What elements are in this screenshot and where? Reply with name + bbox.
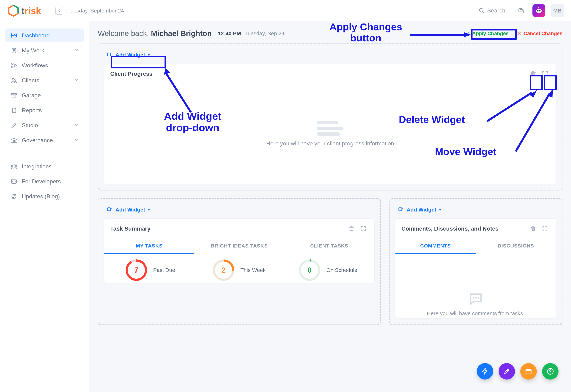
- add-widget-dropdown[interactable]: Add Widget ▾: [104, 49, 153, 60]
- tab-my-tasks[interactable]: MY TASKS: [104, 239, 194, 254]
- sidebar-item-garage[interactable]: Garage: [5, 88, 84, 102]
- add-widget-label: Add Widget: [407, 207, 436, 213]
- trash-icon: [348, 225, 355, 232]
- metric-ring: 7: [126, 259, 147, 281]
- sidebar: Dashboard My Work Workflows Clients Gara…: [0, 21, 89, 392]
- widget-header: Comments, Discussions, and Notes: [395, 219, 556, 239]
- copy-button[interactable]: [515, 5, 527, 16]
- tab-bright-ideas[interactable]: BRIGHT IDEAS TASKS: [194, 239, 285, 254]
- svg-rect-18: [399, 208, 402, 211]
- tab-discussions[interactable]: DISCUSSIONS: [476, 239, 556, 254]
- svg-rect-14: [12, 94, 16, 95]
- fab-archive[interactable]: [520, 363, 537, 379]
- welcome-row: Welcome back, Michael Brighton 12:40 PM …: [98, 29, 562, 38]
- metric-label: On Schedule: [326, 267, 357, 273]
- sidebar-item-integrations[interactable]: Integrations: [5, 159, 84, 173]
- edit-icon: [10, 122, 17, 129]
- bank-icon: [10, 137, 17, 144]
- main-content: Welcome back, Michael Brighton 12:40 PM …: [89, 21, 571, 392]
- x-icon: [517, 31, 521, 36]
- sidebar-item-reports[interactable]: Reports: [5, 103, 84, 117]
- add-widget-icon: [106, 52, 113, 58]
- widget-actions: [528, 69, 550, 79]
- delete-widget-button[interactable]: [528, 69, 538, 79]
- date-prev-button[interactable]: [55, 7, 63, 14]
- search-placeholder: Search: [487, 7, 505, 14]
- widget-client-progress: Client Progress Here you will have your …: [104, 64, 556, 184]
- widget-title: Client Progress: [110, 70, 152, 77]
- sidebar-item-governance[interactable]: Governance: [5, 133, 84, 147]
- app-logo[interactable]: trisk: [7, 4, 41, 17]
- sidebar-item-developers[interactable]: For Developers: [5, 174, 84, 188]
- move-widget-button[interactable]: [540, 224, 550, 234]
- svg-point-4: [537, 10, 539, 12]
- chevron-left-icon: [58, 9, 61, 13]
- tab-client-tasks[interactable]: CLIENT TASKS: [284, 239, 374, 254]
- svg-point-12: [12, 78, 14, 80]
- welcome-date: Tuesday, Sep 24: [245, 30, 285, 37]
- widget-body: Here you will have your client progress …: [104, 84, 556, 184]
- svg-point-6: [538, 7, 540, 8]
- svg-point-10: [12, 66, 13, 68]
- move-icon: [541, 70, 549, 77]
- lightning-icon: [481, 367, 489, 375]
- clipboard-icon: [10, 47, 17, 54]
- question-icon: [546, 367, 554, 375]
- task-metrics: 7 Past Due 2 This Week 0 On Schedule: [104, 254, 374, 283]
- fab-quick-action[interactable]: [477, 363, 493, 379]
- add-widget-dropdown[interactable]: Add Widget ▾: [395, 204, 445, 215]
- delete-widget-button[interactable]: [528, 224, 538, 234]
- sidebar-item-my-work[interactable]: My Work: [5, 43, 84, 57]
- caret-down-icon: ▾: [148, 207, 150, 212]
- welcome-name: Michael Brighton: [151, 29, 212, 38]
- cancel-changes-label: Cancel Changes: [524, 31, 562, 36]
- widget-actions: [346, 224, 368, 234]
- delete-widget-button[interactable]: [346, 224, 357, 234]
- archive-icon: [10, 92, 17, 99]
- apply-changes-button[interactable]: Apply Changes: [462, 29, 511, 38]
- puzzle-icon: [10, 163, 17, 170]
- sidebar-item-workflows[interactable]: Workflows: [5, 58, 84, 72]
- chevron-down-icon: [74, 137, 79, 144]
- svg-rect-1: [520, 9, 523, 13]
- cancel-changes-button[interactable]: Cancel Changes: [517, 31, 562, 36]
- fab-launch[interactable]: [498, 363, 515, 379]
- sidebar-item-label: Garage: [22, 92, 41, 99]
- fab-help[interactable]: [542, 363, 558, 379]
- user-avatar[interactable]: MB: [551, 4, 564, 17]
- date-selector: Tuesday, September 24: [55, 7, 124, 14]
- apply-changes-label: Apply Changes: [472, 31, 509, 36]
- sidebar-item-updates[interactable]: Updates (Blog): [5, 189, 84, 203]
- svg-point-21: [478, 297, 479, 299]
- svg-rect-3: [536, 9, 542, 13]
- comments-tabs: COMMENTS DISCUSSIONS: [395, 239, 556, 254]
- sidebar-item-dashboard[interactable]: Dashboard: [5, 28, 84, 42]
- widget-title: Task Summary: [110, 225, 150, 232]
- sidebar-item-label: Workflows: [22, 62, 48, 69]
- svg-point-9: [12, 63, 13, 65]
- global-search[interactable]: Search: [474, 5, 510, 16]
- move-widget-button[interactable]: [358, 224, 368, 234]
- tab-comments[interactable]: COMMENTS: [395, 239, 476, 254]
- metric-value: 0: [301, 262, 318, 279]
- widget-task-summary: Task Summary MY TASKS BRIGHT IDEAS TASKS…: [104, 218, 375, 283]
- sidebar-item-studio[interactable]: Studio: [5, 118, 84, 132]
- comments-empty: Here you will have comments from tasks.: [395, 254, 556, 318]
- trash-icon: [530, 70, 537, 77]
- trash-icon: [530, 225, 536, 232]
- primary-nav: Dashboard My Work Workflows Clients Gara…: [5, 28, 84, 203]
- sidebar-item-clients[interactable]: Clients: [5, 73, 84, 87]
- widget-header: Client Progress: [104, 64, 556, 84]
- add-widget-dropdown[interactable]: Add Widget ▾: [104, 204, 153, 215]
- speech-bubble-icon: [468, 291, 484, 307]
- metric-this-week: 2 This Week: [195, 259, 284, 281]
- svg-point-13: [15, 79, 16, 80]
- chevron-down-icon: [74, 122, 79, 129]
- move-widget-button[interactable]: [540, 69, 550, 79]
- ai-assistant-button[interactable]: [532, 4, 545, 17]
- copy-icon: [518, 7, 525, 14]
- comments-empty-text: Here you will have comments from tasks.: [427, 310, 525, 316]
- rocket-icon: [503, 367, 511, 375]
- chevron-down-icon: [74, 77, 79, 84]
- widget-title: Comments, Discussions, and Notes: [402, 225, 498, 232]
